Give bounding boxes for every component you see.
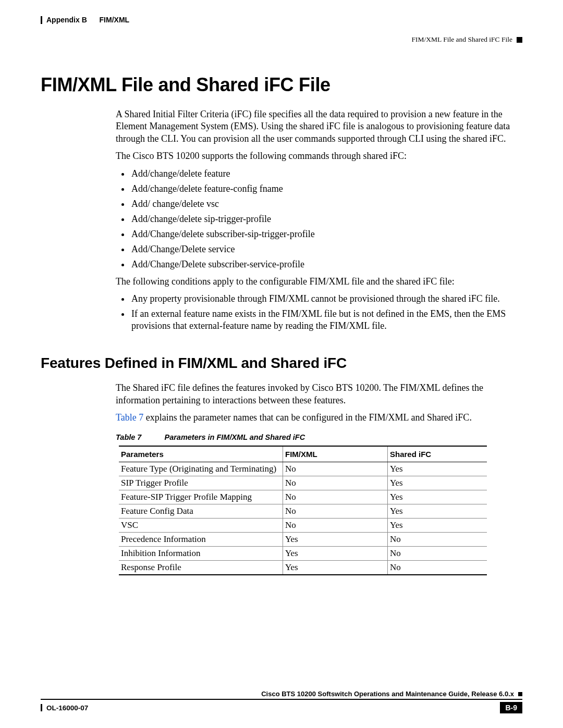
paragraph: Table 7 explains the parameter names tha… bbox=[116, 412, 522, 424]
list-item: Add/change/delete feature bbox=[130, 168, 522, 180]
table-cell: Yes bbox=[283, 533, 388, 547]
table-caption-text: Parameters in FIM/XML and Shared iFC bbox=[164, 433, 305, 441]
paragraph: A Shared Initial Filter Criteria (iFC) f… bbox=[116, 108, 522, 145]
table-cell: VSC bbox=[119, 519, 283, 533]
table-cell: Feature-SIP Trigger Profile Mapping bbox=[119, 490, 283, 504]
table-cell: Yes bbox=[283, 547, 388, 561]
table-cell: No bbox=[283, 504, 388, 519]
paragraph: The Cisco BTS 10200 supports the followi… bbox=[116, 150, 522, 162]
header-rule-icon bbox=[41, 16, 42, 24]
table-cell: Yes bbox=[388, 504, 487, 519]
table-ref-link[interactable]: Table 7 bbox=[116, 412, 143, 423]
footer-page-number: B-9 bbox=[500, 702, 522, 713]
table-cell: Yes bbox=[388, 462, 487, 476]
footer-square-icon bbox=[518, 692, 522, 696]
table-header-row: Parameters FIM/XML Shared iFC bbox=[119, 446, 487, 462]
table-cell: Feature Type (Originating and Terminatin… bbox=[119, 462, 283, 476]
table-row: Feature Config Data No Yes bbox=[119, 504, 487, 519]
table-row: Response Profile Yes No bbox=[119, 561, 487, 575]
paragraph: The Shared iFC file defines the features… bbox=[116, 382, 522, 406]
list-item: Add/ change/delete vsc bbox=[130, 198, 522, 210]
table-row: SIP Trigger Profile No Yes bbox=[119, 476, 487, 490]
table-cell: No bbox=[388, 547, 487, 561]
table-header: Shared iFC bbox=[388, 446, 487, 462]
page-footer: Cisco BTS 10200 Softswitch Operations an… bbox=[41, 690, 522, 713]
list-item: Add/Change/delete subscriber-sip-trigger… bbox=[130, 228, 522, 240]
bullet-list: Any property provisionable through FIM/X… bbox=[116, 293, 522, 332]
footer-doc-number: OL-16000-07 bbox=[46, 704, 88, 712]
page-header: Appendix B FIM/XML bbox=[41, 16, 522, 24]
footer-rule-icon bbox=[41, 699, 522, 700]
table-cell: No bbox=[283, 490, 388, 504]
table-cell: Yes bbox=[388, 519, 487, 533]
table-row: Inhibition Information Yes No bbox=[119, 547, 487, 561]
table-cell: Response Profile bbox=[119, 561, 283, 575]
list-item: If an external feature name exists in th… bbox=[130, 308, 522, 332]
table-cell: No bbox=[283, 462, 388, 476]
table-row: VSC No Yes bbox=[119, 519, 487, 533]
paragraph-text: explains the parameter names that can be… bbox=[143, 412, 472, 423]
table-cell: Yes bbox=[388, 476, 487, 490]
list-item: Add/change/delete sip-trigger-profile bbox=[130, 213, 522, 225]
table-row: Feature Type (Originating and Terminatin… bbox=[119, 462, 487, 476]
parameters-table: Parameters FIM/XML Shared iFC Feature Ty… bbox=[119, 446, 487, 575]
page-content: FIM/XML File and Shared iFC File A Share… bbox=[41, 74, 522, 575]
table-header: Parameters bbox=[119, 446, 283, 462]
table-cell: Inhibition Information bbox=[119, 547, 283, 561]
table-cell: Yes bbox=[283, 561, 388, 575]
table-cell: No bbox=[283, 476, 388, 490]
header-appendix: Appendix B bbox=[46, 16, 87, 24]
list-item: Add/Change/Delete subscriber-service-pro… bbox=[130, 258, 522, 270]
header-section-title: FIM/XML File and Shared iFC File bbox=[412, 35, 512, 44]
table-cell: Precedence Information bbox=[119, 533, 283, 547]
table-cell: Feature Config Data bbox=[119, 504, 283, 519]
bullet-list: Add/change/delete feature Add/change/del… bbox=[116, 168, 522, 270]
table-row: Feature-SIP Trigger Profile Mapping No Y… bbox=[119, 490, 487, 504]
table-header: FIM/XML bbox=[283, 446, 388, 462]
table-caption: Table 7 Parameters in FIM/XML and Shared… bbox=[116, 433, 522, 441]
footer-guide-title: Cisco BTS 10200 Softswitch Operations an… bbox=[261, 690, 514, 698]
paragraph: The following conditions apply to the co… bbox=[116, 276, 522, 288]
heading-1: FIM/XML File and Shared iFC File bbox=[41, 74, 522, 96]
table-row: Precedence Information Yes No bbox=[119, 533, 487, 547]
table-cell: No bbox=[283, 519, 388, 533]
list-item: Any property provisionable through FIM/X… bbox=[130, 293, 522, 305]
table-cell: No bbox=[388, 561, 487, 575]
list-item: Add/change/delete feature-config fname bbox=[130, 183, 522, 195]
table-caption-number: Table 7 bbox=[116, 433, 141, 441]
table-cell: SIP Trigger Profile bbox=[119, 476, 283, 490]
heading-2: Features Defined in FIM/XML and Shared i… bbox=[41, 355, 522, 372]
list-item: Add/Change/Delete service bbox=[130, 243, 522, 255]
header-appendix-title: FIM/XML bbox=[100, 16, 130, 24]
header-square-icon bbox=[517, 37, 522, 43]
table-cell: Yes bbox=[388, 490, 487, 504]
table-cell: No bbox=[388, 533, 487, 547]
footer-rule-icon bbox=[41, 704, 42, 711]
